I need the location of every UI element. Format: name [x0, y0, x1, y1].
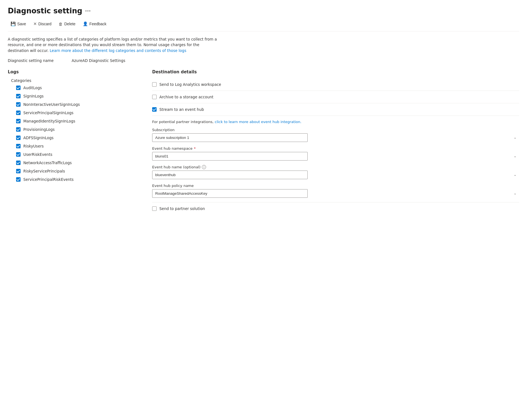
feedback-icon: 👤	[83, 21, 88, 26]
log-item-checkbox[interactable]	[16, 144, 21, 148]
log-item-label: ManagedIdentitySignInLogs	[23, 119, 75, 123]
event-hub-policy-select-wrapper: RootManageSharedAccessKey ⌄	[152, 189, 519, 198]
event-hub-policy-select[interactable]: RootManageSharedAccessKey	[152, 189, 308, 198]
log-item: SignInLogs	[16, 94, 141, 98]
description: A diagnostic setting specifies a list of…	[8, 36, 219, 53]
save-button[interactable]: 💾 Save	[8, 20, 29, 28]
log-item-checkbox[interactable]	[16, 94, 21, 98]
toolbar: 💾 Save ✕ Discard 🗑 Delete 👤 Feedback	[8, 20, 519, 31]
log-item: ManagedIdentitySignInLogs	[16, 119, 141, 123]
log-item: ProvisioningLogs	[16, 127, 141, 132]
log-item-label: ServicePrincipalRiskEvents	[23, 177, 74, 182]
log-item-checkbox[interactable]	[16, 119, 21, 123]
log-item-checkbox[interactable]	[16, 111, 21, 115]
log-item-label: ADFSSignInLogs	[23, 136, 54, 140]
log-item: NonInteractiveUserSignInLogs	[16, 102, 141, 107]
event-hub-row: Stream to an event hub	[152, 103, 519, 116]
event-hub-details: For potential partner integrations, clic…	[152, 116, 519, 198]
partner-note: For potential partner integrations, clic…	[152, 120, 519, 124]
setting-name-value: AzureAD Diagnostic Settings	[72, 58, 125, 63]
event-hub-namespace-select[interactable]: bluns01	[152, 152, 308, 161]
partner-link[interactable]: click to learn more about event hub inte…	[215, 120, 301, 124]
required-asterisk: *	[194, 146, 196, 151]
logs-section: Logs Categories AuditLogsSignInLogsNonIn…	[8, 69, 152, 215]
subscription-field: Subscription Azure subscription 1 ⌄	[152, 128, 519, 142]
discard-button[interactable]: ✕ Discard	[31, 20, 54, 28]
event-hub-namespace-label: Event hub namespace *	[152, 146, 519, 151]
log-item: RiskyServicePrincipals	[16, 169, 141, 173]
discard-icon: ✕	[33, 21, 37, 26]
log-analytics-label: Send to Log Analytics workspace	[159, 82, 221, 87]
log-item-checkbox[interactable]	[16, 169, 21, 173]
event-hub-name-label: Event hub name (optional) i	[152, 165, 519, 169]
event-hub-policy-field: Event hub policy name RootManageSharedAc…	[152, 184, 519, 198]
event-hub-label: Stream to an event hub	[159, 107, 204, 112]
log-item-checkbox[interactable]	[16, 152, 21, 157]
event-hub-namespace-field: Event hub namespace * bluns01 ⌄	[152, 146, 519, 161]
log-item: NetworkAccessTrafficLogs	[16, 161, 141, 165]
event-hub-namespace-select-wrapper: bluns01 ⌄	[152, 152, 519, 161]
log-item: ServicePrincipalSignInLogs	[16, 111, 141, 115]
storage-account-row: Archive to a storage account	[152, 91, 519, 103]
send-partner-label: Send to partner solution	[159, 206, 205, 211]
log-item: RiskyUsers	[16, 144, 141, 148]
log-item-label: RiskyServicePrincipals	[23, 169, 65, 173]
log-item-label: ServicePrincipalSignInLogs	[23, 111, 74, 115]
log-item-checkbox[interactable]	[16, 161, 21, 165]
log-item-checkbox[interactable]	[16, 177, 21, 182]
setting-name-row: Diagnostic setting name AzureAD Diagnost…	[8, 58, 519, 63]
more-options-icon[interactable]: ···	[85, 8, 91, 14]
learn-more-link[interactable]: Learn more about the different log categ…	[50, 48, 186, 53]
log-item: UserRiskEvents	[16, 152, 141, 157]
setting-name-label: Diagnostic setting name	[8, 58, 66, 63]
subscription-chevron-icon: ⌄	[514, 136, 516, 139]
event-hub-policy-label: Event hub policy name	[152, 184, 519, 188]
log-analytics-checkbox[interactable]	[152, 82, 157, 87]
log-analytics-row: Send to Log Analytics workspace	[152, 78, 519, 91]
send-partner-row: Send to partner solution	[152, 202, 519, 215]
info-icon: i	[202, 165, 206, 169]
log-item-checkbox[interactable]	[16, 127, 21, 132]
log-item: AuditLogs	[16, 86, 141, 90]
log-item-label: UserRiskEvents	[23, 152, 52, 157]
delete-button[interactable]: 🗑 Delete	[56, 20, 78, 28]
namespace-chevron-icon: ⌄	[514, 154, 516, 158]
log-item: ServicePrincipalRiskEvents	[16, 177, 141, 182]
event-hub-name-select-wrapper: blueventhub ⌄	[152, 171, 519, 179]
main-content: Logs Categories AuditLogsSignInLogsNonIn…	[8, 69, 519, 215]
hubname-chevron-icon: ⌄	[514, 173, 516, 177]
log-item-label: RiskyUsers	[23, 144, 44, 148]
log-item: ADFSSignInLogs	[16, 136, 141, 140]
categories-label: Categories	[11, 78, 141, 83]
logs-section-title: Logs	[8, 69, 141, 74]
save-icon: 💾	[11, 21, 16, 26]
storage-account-checkbox[interactable]	[152, 95, 157, 99]
log-item-label: NetworkAccessTrafficLogs	[23, 161, 72, 165]
page-title: Diagnostic setting	[8, 7, 82, 15]
log-item-label: AuditLogs	[23, 86, 42, 90]
log-items-list: AuditLogsSignInLogsNonInteractiveUserSig…	[8, 86, 141, 182]
event-hub-name-select[interactable]: blueventhub	[152, 171, 308, 179]
delete-icon: 🗑	[59, 22, 63, 26]
send-partner-checkbox[interactable]	[152, 206, 157, 211]
log-item-checkbox[interactable]	[16, 86, 21, 90]
feedback-button[interactable]: 👤 Feedback	[80, 20, 109, 28]
log-item-label: SignInLogs	[23, 94, 44, 98]
event-hub-checkbox[interactable]	[152, 107, 157, 112]
destination-section-title: Destination details	[152, 69, 519, 74]
log-item-checkbox[interactable]	[16, 102, 21, 107]
event-hub-name-field: Event hub name (optional) i blueventhub …	[152, 165, 519, 179]
subscription-select[interactable]: Azure subscription 1	[152, 133, 308, 142]
policy-chevron-icon: ⌄	[514, 191, 516, 195]
subscription-label: Subscription	[152, 128, 519, 132]
log-item-label: ProvisioningLogs	[23, 127, 55, 132]
log-item-checkbox[interactable]	[16, 136, 21, 140]
subscription-select-wrapper: Azure subscription 1 ⌄	[152, 133, 519, 142]
destination-section: Destination details Send to Log Analytic…	[152, 69, 519, 215]
storage-account-label: Archive to a storage account	[159, 95, 214, 99]
log-item-label: NonInteractiveUserSignInLogs	[23, 102, 80, 107]
